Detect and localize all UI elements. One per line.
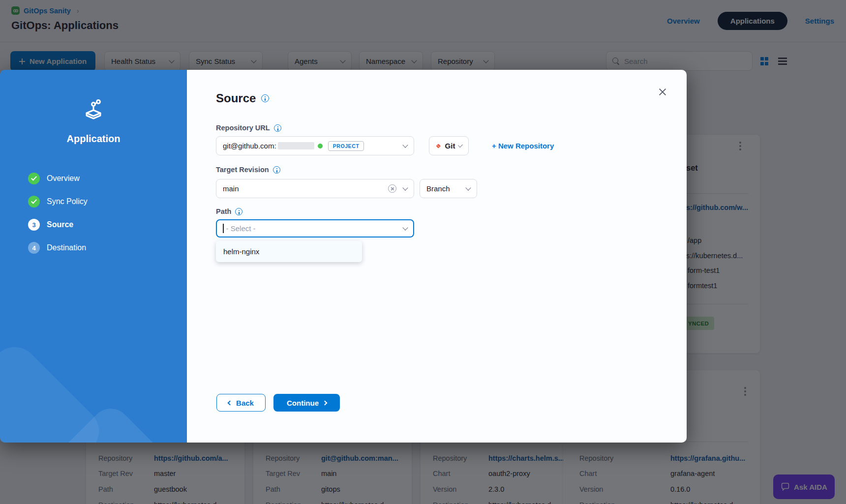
- chevron-down-icon: [402, 185, 408, 190]
- new-application-modal: Application Overview Sync Policy 3 Sourc…: [0, 70, 687, 443]
- project-scope-badge: PROJECT: [328, 141, 364, 151]
- text-cursor: [223, 224, 224, 233]
- revision-kind-select[interactable]: Branch: [420, 179, 477, 198]
- connection-type-select[interactable]: Git: [429, 136, 469, 155]
- step-sync-policy[interactable]: Sync Policy: [28, 196, 88, 208]
- chevron-down-icon: [402, 225, 408, 230]
- info-icon[interactable]: [273, 166, 280, 174]
- repository-url-select[interactable]: git@github.com: PROJECT: [216, 136, 414, 155]
- wizard-sidebar: Application Overview Sync Policy 3 Sourc…: [0, 70, 187, 443]
- path-placeholder: - Select -: [226, 224, 256, 233]
- check-circle-icon: [28, 196, 40, 208]
- step-source[interactable]: 3 Source: [28, 219, 88, 231]
- continue-button[interactable]: Continue: [273, 394, 340, 412]
- info-icon[interactable]: [274, 124, 281, 132]
- step-overview[interactable]: Overview: [28, 173, 88, 184]
- step-number-icon: 3: [28, 219, 40, 231]
- redacted-text: [278, 142, 314, 149]
- back-button[interactable]: Back: [216, 394, 266, 412]
- clear-icon[interactable]: [388, 184, 396, 193]
- info-icon[interactable]: [235, 208, 242, 215]
- step-destination[interactable]: 4 Destination: [28, 242, 88, 254]
- path-options-menu: helm-nginx: [216, 241, 362, 262]
- wizard-title: Application: [0, 133, 187, 145]
- repository-url-label: Repository URL: [216, 124, 270, 132]
- wizard-steps: Overview Sync Policy 3 Source 4 Destinat…: [28, 173, 88, 265]
- application-box-icon: [81, 97, 106, 125]
- info-icon[interactable]: [261, 94, 269, 102]
- chevron-right-icon: [323, 400, 328, 405]
- git-icon: [436, 142, 441, 150]
- chevron-left-icon: [228, 400, 233, 405]
- modal-heading: Source: [216, 91, 256, 105]
- step-number-icon: 4: [28, 242, 40, 254]
- target-revision-label: Target Revision: [216, 166, 269, 174]
- path-select[interactable]: - Select -: [216, 219, 414, 237]
- path-label: Path: [216, 208, 231, 215]
- target-revision-select[interactable]: main: [216, 179, 414, 198]
- revision-kind-value: Branch: [426, 184, 450, 193]
- new-repository-link[interactable]: + New Repository: [492, 142, 554, 150]
- target-revision-value: main: [223, 184, 239, 193]
- check-circle-icon: [28, 173, 40, 184]
- repository-url-value: git@github.com:: [223, 142, 276, 150]
- source-step-panel: Source Repository URL git@github.com: PR…: [187, 70, 687, 443]
- status-dot: [318, 144, 323, 148]
- chevron-down-icon: [465, 185, 471, 190]
- close-icon[interactable]: [658, 88, 667, 96]
- chevron-down-icon: [402, 142, 408, 148]
- chevron-down-icon: [458, 143, 463, 148]
- connection-type-value: Git: [445, 142, 455, 150]
- path-option-helm-nginx[interactable]: helm-nginx: [216, 243, 362, 260]
